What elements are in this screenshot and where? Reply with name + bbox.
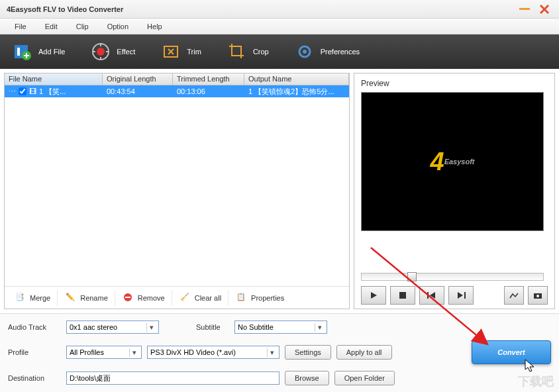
profile-label: Profile bbox=[8, 348, 61, 356]
merge-icon: 📑 bbox=[15, 293, 26, 303]
preview-label: Preview bbox=[361, 77, 548, 92]
col-output[interactable]: Output Name bbox=[244, 74, 349, 85]
file-action-bar: 📑Merge ✏️Rename Remove 🧹Clear all 📋Prope… bbox=[5, 286, 349, 309]
settings-panel: Audio Track 0x1 aac stereo▾ Subtitle No … bbox=[0, 313, 559, 392]
window-title: 4Easysoft FLV to Video Converter bbox=[7, 5, 513, 13]
film-icon: 🎞 bbox=[29, 87, 36, 95]
menubar: File Edit Clip Option Help bbox=[0, 19, 559, 34]
close-button[interactable] bbox=[536, 3, 552, 15]
apply-all-button[interactable]: Apply to all bbox=[336, 345, 392, 360]
destination-label: Destination bbox=[8, 374, 61, 382]
cell-trimmed: 00:13:06 bbox=[173, 86, 244, 97]
cell-filename: 1 【笑... bbox=[39, 87, 66, 97]
svg-rect-10 bbox=[125, 297, 130, 298]
remove-button[interactable]: Remove bbox=[117, 290, 172, 306]
open-folder-button[interactable]: Open Folder bbox=[334, 371, 395, 385]
properties-icon: 📋 bbox=[236, 293, 247, 303]
svg-rect-2 bbox=[17, 48, 20, 56]
row-checkbox[interactable] bbox=[19, 87, 26, 95]
svg-rect-12 bbox=[427, 292, 429, 299]
menu-clip[interactable]: Clip bbox=[67, 21, 98, 32]
play-button[interactable] bbox=[361, 286, 386, 305]
crop-button[interactable]: Crop bbox=[228, 42, 269, 61]
cell-output: 1 【笑镇惊魂2】恐怖5分... bbox=[244, 85, 349, 98]
settings-button[interactable]: Settings bbox=[285, 345, 331, 360]
seek-slider[interactable] bbox=[361, 273, 544, 281]
svg-point-15 bbox=[536, 295, 539, 297]
rename-button[interactable]: ✏️Rename bbox=[59, 290, 115, 306]
svg-point-5 bbox=[97, 48, 105, 56]
audiotrack-select[interactable]: 0x1 aac stereo▾ bbox=[66, 320, 159, 334]
slider-thumb[interactable] bbox=[407, 272, 417, 281]
subtitle-select[interactable]: No Subtitle▾ bbox=[234, 320, 327, 334]
trim-button[interactable]: Trim bbox=[162, 42, 201, 61]
col-original[interactable]: Original Length bbox=[103, 74, 173, 85]
preview-viewport: 4Easysoft bbox=[361, 92, 544, 231]
file-list-pane: File Name Original Length Trimmed Length… bbox=[4, 73, 350, 309]
svg-rect-0 bbox=[519, 8, 530, 10]
add-file-button[interactable]: Add File bbox=[13, 42, 65, 61]
subtitle-label: Subtitle bbox=[196, 323, 229, 331]
expand-icon[interactable]: ⋯ bbox=[9, 87, 16, 96]
effect-button[interactable]: Effect bbox=[91, 42, 135, 61]
browse-button[interactable]: Browse bbox=[285, 371, 329, 385]
chevron-down-icon: ▾ bbox=[267, 348, 276, 357]
preview-pane: Preview 4Easysoft bbox=[354, 73, 555, 309]
chevron-down-icon: ▾ bbox=[315, 323, 324, 332]
list-header: File Name Original Length Trimmed Length… bbox=[5, 74, 349, 85]
properties-button[interactable]: 📋Properties bbox=[230, 290, 291, 306]
snapshot-button[interactable] bbox=[504, 286, 524, 305]
trim-icon bbox=[162, 42, 180, 61]
preferences-button[interactable]: Preferences bbox=[295, 42, 360, 61]
camera-button[interactable] bbox=[528, 286, 548, 305]
col-filename[interactable]: File Name bbox=[5, 74, 103, 85]
minimize-button[interactable] bbox=[517, 3, 533, 15]
add-file-label: Add File bbox=[38, 48, 65, 56]
chevron-down-icon: ▾ bbox=[146, 323, 156, 332]
titlebar: 4Easysoft FLV to Video Converter bbox=[0, 0, 559, 19]
col-trimmed[interactable]: Trimmed Length bbox=[173, 74, 244, 85]
convert-button[interactable]: Convert bbox=[472, 340, 551, 364]
table-row[interactable]: ⋯ 🎞 1 【笑... 00:43:54 00:13:06 1 【笑镇惊魂2】恐… bbox=[5, 85, 349, 97]
next-button[interactable] bbox=[448, 286, 474, 305]
svg-rect-11 bbox=[399, 292, 406, 299]
effect-icon bbox=[91, 42, 110, 61]
svg-point-8 bbox=[303, 50, 307, 54]
easysoft-logo: 4Easysoft bbox=[431, 148, 475, 176]
clear-all-button[interactable]: 🧹Clear all bbox=[174, 290, 229, 306]
destination-input[interactable] bbox=[66, 371, 280, 385]
gear-icon bbox=[295, 42, 314, 61]
cell-original: 00:43:54 bbox=[103, 86, 173, 97]
chevron-down-icon: ▾ bbox=[129, 348, 138, 357]
menu-file[interactable]: File bbox=[5, 21, 36, 32]
svg-rect-13 bbox=[464, 292, 466, 299]
profile-select[interactable]: PS3 DivX HD Video (*.avi)▾ bbox=[147, 346, 280, 359]
effect-label: Effect bbox=[117, 48, 135, 56]
audiotrack-label: Audio Track bbox=[8, 323, 61, 331]
rename-icon: ✏️ bbox=[66, 293, 76, 303]
add-file-icon bbox=[13, 42, 32, 61]
list-body[interactable]: ⋯ 🎞 1 【笑... 00:43:54 00:13:06 1 【笑镇惊魂2】恐… bbox=[5, 85, 349, 286]
merge-button[interactable]: 📑Merge bbox=[9, 290, 58, 306]
remove-icon bbox=[123, 293, 134, 303]
profile-filter-select[interactable]: All Profiles▾ bbox=[66, 346, 142, 359]
toolbar: Add File Effect Trim Crop Preferences bbox=[0, 34, 559, 69]
crop-label: Crop bbox=[253, 48, 269, 56]
menu-edit[interactable]: Edit bbox=[36, 21, 67, 32]
preferences-label: Preferences bbox=[321, 48, 360, 56]
trim-label: Trim bbox=[187, 48, 201, 56]
playback-controls bbox=[361, 286, 548, 305]
menu-help[interactable]: Help bbox=[138, 21, 172, 32]
crop-icon bbox=[228, 42, 246, 61]
prev-button[interactable] bbox=[419, 286, 444, 305]
stop-button[interactable] bbox=[390, 286, 415, 305]
broom-icon: 🧹 bbox=[180, 293, 191, 303]
menu-option[interactable]: Option bbox=[98, 21, 138, 32]
